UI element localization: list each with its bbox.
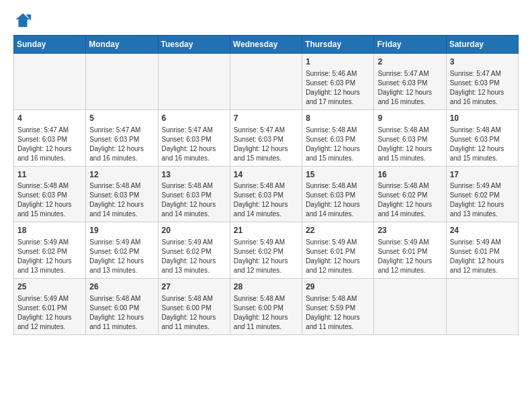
day-info: Sunrise: 5:47 AM Sunset: 6:03 PM Dayligh… (17, 126, 82, 163)
day-number: 14 (234, 169, 298, 181)
day-info: Sunrise: 5:49 AM Sunset: 6:01 PM Dayligh… (306, 238, 370, 275)
calendar-cell: 5Sunrise: 5:47 AM Sunset: 6:03 PM Daylig… (86, 109, 158, 166)
day-number: 28 (234, 281, 298, 293)
day-number: 9 (378, 113, 442, 124)
calendar-cell: 3Sunrise: 5:47 AM Sunset: 6:03 PM Daylig… (446, 54, 518, 110)
calendar-cell: 13Sunrise: 5:48 AM Sunset: 6:03 PM Dayli… (158, 166, 230, 222)
day-number: 1 (306, 56, 370, 68)
logo (13, 11, 35, 30)
calendar-cell (374, 279, 446, 335)
calendar-cell: 29Sunrise: 5:48 AM Sunset: 5:59 PM Dayli… (302, 279, 374, 335)
day-header-thursday: Thursday (302, 36, 374, 54)
day-info: Sunrise: 5:48 AM Sunset: 6:00 PM Dayligh… (234, 294, 298, 332)
day-number: 27 (162, 281, 226, 293)
day-number: 6 (162, 113, 226, 124)
day-number: 26 (89, 281, 154, 293)
day-number: 13 (162, 169, 226, 181)
day-info: Sunrise: 5:47 AM Sunset: 6:03 PM Dayligh… (450, 69, 515, 107)
day-info: Sunrise: 5:47 AM Sunset: 6:03 PM Dayligh… (378, 69, 442, 107)
calendar-cell: 15Sunrise: 5:48 AM Sunset: 6:03 PM Dayli… (302, 166, 374, 222)
day-info: Sunrise: 5:46 AM Sunset: 6:03 PM Dayligh… (306, 69, 370, 107)
day-info: Sunrise: 5:49 AM Sunset: 6:01 PM Dayligh… (378, 238, 442, 275)
day-header-sunday: Sunday (14, 36, 86, 54)
calendar-cell: 8Sunrise: 5:48 AM Sunset: 6:03 PM Daylig… (302, 109, 374, 166)
day-info: Sunrise: 5:48 AM Sunset: 5:59 PM Dayligh… (306, 294, 370, 332)
week-row-0: 1Sunrise: 5:46 AM Sunset: 6:03 PM Daylig… (14, 54, 519, 110)
calendar-cell: 22Sunrise: 5:49 AM Sunset: 6:01 PM Dayli… (302, 222, 374, 279)
week-row-3: 18Sunrise: 5:49 AM Sunset: 6:02 PM Dayli… (14, 222, 519, 279)
day-info: Sunrise: 5:49 AM Sunset: 6:02 PM Dayligh… (17, 238, 82, 275)
logo-icon (13, 11, 32, 30)
week-row-2: 11Sunrise: 5:48 AM Sunset: 6:03 PM Dayli… (14, 166, 519, 222)
day-number: 29 (306, 281, 370, 293)
calendar-cell: 11Sunrise: 5:48 AM Sunset: 6:03 PM Dayli… (14, 166, 86, 222)
calendar-cell: 6Sunrise: 5:47 AM Sunset: 6:03 PM Daylig… (158, 109, 230, 166)
day-header-saturday: Saturday (446, 36, 518, 54)
day-header-friday: Friday (374, 36, 446, 54)
header-row: SundayMondayTuesdayWednesdayThursdayFrid… (14, 36, 519, 54)
calendar-cell (86, 54, 158, 110)
day-info: Sunrise: 5:48 AM Sunset: 6:03 PM Dayligh… (89, 181, 154, 219)
calendar-cell: 20Sunrise: 5:49 AM Sunset: 6:02 PM Dayli… (158, 222, 230, 279)
calendar-cell: 26Sunrise: 5:48 AM Sunset: 6:00 PM Dayli… (86, 279, 158, 335)
calendar-cell: 17Sunrise: 5:49 AM Sunset: 6:02 PM Dayli… (446, 166, 518, 222)
calendar-cell: 9Sunrise: 5:48 AM Sunset: 6:03 PM Daylig… (374, 109, 446, 166)
calendar-cell: 27Sunrise: 5:48 AM Sunset: 6:00 PM Dayli… (158, 279, 230, 335)
day-number: 23 (378, 225, 442, 236)
day-header-monday: Monday (86, 36, 158, 54)
day-info: Sunrise: 5:48 AM Sunset: 6:00 PM Dayligh… (162, 294, 226, 332)
day-info: Sunrise: 5:48 AM Sunset: 6:03 PM Dayligh… (306, 126, 370, 163)
day-number: 19 (89, 225, 154, 236)
day-info: Sunrise: 5:48 AM Sunset: 6:02 PM Dayligh… (378, 181, 442, 219)
day-number: 2 (378, 56, 442, 68)
day-number: 21 (234, 225, 298, 236)
day-info: Sunrise: 5:49 AM Sunset: 6:01 PM Dayligh… (450, 238, 515, 275)
day-number: 16 (378, 169, 442, 181)
calendar-cell (230, 54, 302, 110)
calendar-cell: 25Sunrise: 5:49 AM Sunset: 6:01 PM Dayli… (14, 279, 86, 335)
day-header-tuesday: Tuesday (158, 36, 230, 54)
day-info: Sunrise: 5:49 AM Sunset: 6:02 PM Dayligh… (234, 238, 298, 275)
calendar-cell: 12Sunrise: 5:48 AM Sunset: 6:03 PM Dayli… (86, 166, 158, 222)
day-info: Sunrise: 5:48 AM Sunset: 6:03 PM Dayligh… (162, 181, 226, 219)
day-number: 22 (306, 225, 370, 236)
day-number: 15 (306, 169, 370, 181)
day-info: Sunrise: 5:47 AM Sunset: 6:03 PM Dayligh… (162, 126, 226, 163)
day-info: Sunrise: 5:48 AM Sunset: 6:03 PM Dayligh… (17, 181, 82, 219)
calendar-cell: 23Sunrise: 5:49 AM Sunset: 6:01 PM Dayli… (374, 222, 446, 279)
day-header-wednesday: Wednesday (230, 36, 302, 54)
calendar-cell: 24Sunrise: 5:49 AM Sunset: 6:01 PM Dayli… (446, 222, 518, 279)
calendar-cell (14, 54, 86, 110)
calendar-cell: 18Sunrise: 5:49 AM Sunset: 6:02 PM Dayli… (14, 222, 86, 279)
day-info: Sunrise: 5:48 AM Sunset: 6:00 PM Dayligh… (89, 294, 154, 332)
day-info: Sunrise: 5:49 AM Sunset: 6:02 PM Dayligh… (162, 238, 226, 275)
day-number: 12 (89, 169, 154, 181)
day-number: 17 (450, 169, 515, 181)
calendar-cell: 14Sunrise: 5:48 AM Sunset: 6:03 PM Dayli… (230, 166, 302, 222)
day-info: Sunrise: 5:49 AM Sunset: 6:02 PM Dayligh… (89, 238, 154, 275)
day-number: 11 (17, 169, 82, 181)
day-number: 25 (17, 281, 82, 293)
day-number: 3 (450, 56, 515, 68)
day-info: Sunrise: 5:48 AM Sunset: 6:03 PM Dayligh… (378, 126, 442, 163)
calendar-cell: 28Sunrise: 5:48 AM Sunset: 6:00 PM Dayli… (230, 279, 302, 335)
day-number: 24 (450, 225, 515, 236)
calendar-cell: 16Sunrise: 5:48 AM Sunset: 6:02 PM Dayli… (374, 166, 446, 222)
week-row-1: 4Sunrise: 5:47 AM Sunset: 6:03 PM Daylig… (14, 109, 519, 166)
header (13, 11, 519, 30)
day-number: 10 (450, 113, 515, 124)
day-info: Sunrise: 5:49 AM Sunset: 6:01 PM Dayligh… (17, 294, 82, 332)
calendar-cell: 10Sunrise: 5:48 AM Sunset: 6:03 PM Dayli… (446, 109, 518, 166)
calendar-cell: 2Sunrise: 5:47 AM Sunset: 6:03 PM Daylig… (374, 54, 446, 110)
day-info: Sunrise: 5:48 AM Sunset: 6:03 PM Dayligh… (450, 126, 515, 163)
day-number: 20 (162, 225, 226, 236)
day-number: 4 (17, 113, 82, 124)
calendar-cell (446, 279, 518, 335)
calendar-cell: 1Sunrise: 5:46 AM Sunset: 6:03 PM Daylig… (302, 54, 374, 110)
week-row-4: 25Sunrise: 5:49 AM Sunset: 6:01 PM Dayli… (14, 279, 519, 335)
calendar-cell: 4Sunrise: 5:47 AM Sunset: 6:03 PM Daylig… (14, 109, 86, 166)
day-number: 5 (89, 113, 154, 124)
day-info: Sunrise: 5:48 AM Sunset: 6:03 PM Dayligh… (306, 181, 370, 219)
calendar-cell: 7Sunrise: 5:47 AM Sunset: 6:03 PM Daylig… (230, 109, 302, 166)
day-info: Sunrise: 5:49 AM Sunset: 6:02 PM Dayligh… (450, 181, 515, 219)
